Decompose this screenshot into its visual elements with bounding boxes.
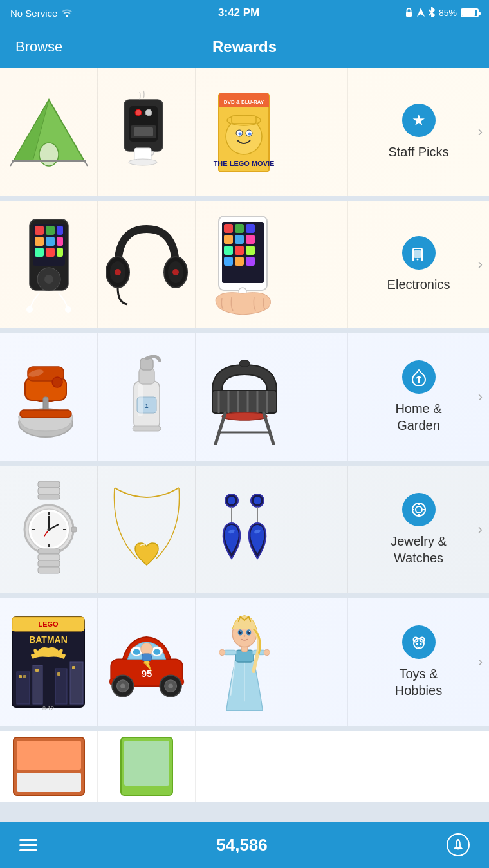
category-info-toys[interactable]: Toys &Hobbies xyxy=(347,598,489,726)
battery-percent: 85% xyxy=(439,8,457,18)
svg-point-4 xyxy=(39,143,59,166)
svg-rect-139 xyxy=(57,672,60,676)
product-images-staff-picks: DVD & BLU-RAY THE LEGO MOVIE xyxy=(0,68,347,196)
product-earrings xyxy=(196,466,293,593)
category-info-home-garden[interactable]: Home &Garden xyxy=(347,333,489,461)
svg-point-162 xyxy=(264,649,270,655)
svg-rect-58 xyxy=(235,246,244,255)
svg-text:1: 1 xyxy=(145,403,148,409)
svg-point-169 xyxy=(240,631,241,632)
svg-rect-38 xyxy=(57,248,63,257)
svg-rect-129 xyxy=(12,629,84,631)
electronics-chevron: › xyxy=(478,256,483,273)
svg-line-6 xyxy=(10,161,14,166)
product-necklace xyxy=(98,466,196,593)
browse-button[interactable]: Browse xyxy=(15,39,62,55)
category-row-toys[interactable]: LEGO BATMAN 8-1 xyxy=(0,598,489,726)
notifications-button[interactable] xyxy=(447,833,470,856)
svg-rect-81 xyxy=(138,384,143,416)
svg-rect-54 xyxy=(224,235,233,244)
svg-point-145 xyxy=(133,649,140,655)
svg-rect-138 xyxy=(35,669,39,672)
svg-point-122 xyxy=(416,506,422,513)
product-partial-1 xyxy=(0,731,98,802)
svg-rect-178 xyxy=(17,741,81,770)
svg-text:THE LEGO MOVIE: THE LEGO MOVIE xyxy=(213,160,274,167)
battery-icon xyxy=(461,8,479,17)
svg-point-107 xyxy=(47,528,50,531)
svg-text:BATMAN: BATMAN xyxy=(29,634,68,645)
svg-text:95: 95 xyxy=(141,669,152,679)
svg-rect-136 xyxy=(19,675,22,678)
bell-icon xyxy=(447,833,470,856)
svg-line-90 xyxy=(216,413,225,444)
category-info-electronics[interactable]: Electronics xyxy=(347,201,489,328)
lock-icon xyxy=(405,7,413,19)
svg-rect-59 xyxy=(246,246,255,255)
svg-rect-57 xyxy=(224,246,233,255)
category-info-staff-picks[interactable]: ★ Staff Picks xyxy=(347,68,489,196)
svg-rect-65 xyxy=(414,250,421,258)
svg-point-15 xyxy=(129,159,157,165)
svg-point-48 xyxy=(172,269,179,275)
product-car-toy: 95 xyxy=(98,598,196,726)
category-row-jewelry[interactable]: Jewelry &Watches › xyxy=(0,466,489,593)
toys-chevron: › xyxy=(478,654,483,670)
svg-point-175 xyxy=(416,643,418,645)
svg-rect-0 xyxy=(406,12,412,17)
carrier-text: No Service xyxy=(10,8,57,19)
svg-point-66 xyxy=(416,259,418,261)
status-right: 85% xyxy=(405,7,479,19)
toys-label: Toys &Hobbies xyxy=(395,665,442,699)
svg-rect-37 xyxy=(46,248,55,257)
nav-bar: Browse Rewards xyxy=(0,26,489,68)
menu-button[interactable] xyxy=(19,839,37,851)
svg-rect-181 xyxy=(124,741,169,786)
product-images-electronics xyxy=(0,201,347,328)
product-images-partial xyxy=(0,731,489,802)
staff-picks-chevron: › xyxy=(478,124,483,140)
category-row-staff-picks[interactable]: DVD & BLU-RAY THE LEGO MOVIE xyxy=(0,68,489,196)
page-title: Rewards xyxy=(212,38,277,56)
svg-rect-137 xyxy=(23,675,26,678)
svg-rect-34 xyxy=(46,237,55,246)
product-lego-batman: LEGO BATMAN 8-1 xyxy=(0,598,98,726)
svg-rect-179 xyxy=(17,773,81,792)
tab-bar: 54,586 xyxy=(0,822,489,868)
svg-rect-140 xyxy=(72,666,75,669)
svg-rect-51 xyxy=(224,224,233,233)
product-tablet xyxy=(196,201,293,328)
svg-rect-108 xyxy=(71,527,77,532)
svg-point-172 xyxy=(414,638,424,649)
svg-point-170 xyxy=(248,631,250,632)
svg-rect-36 xyxy=(35,248,44,257)
svg-rect-94 xyxy=(38,481,60,488)
svg-rect-73 xyxy=(20,410,71,418)
svg-text:DVD & BLU-RAY: DVD & BLU-RAY xyxy=(223,99,264,105)
svg-rect-33 xyxy=(35,237,44,246)
home-garden-icon xyxy=(402,360,436,394)
svg-rect-95 xyxy=(38,488,60,494)
product-lego-movie: DVD & BLU-RAY THE LEGO MOVIE xyxy=(196,68,293,196)
svg-point-118 xyxy=(254,497,261,504)
category-row-electronics[interactable]: Electronics › xyxy=(0,201,489,328)
product-images-jewelry xyxy=(0,466,347,593)
svg-point-114 xyxy=(228,497,235,504)
svg-rect-62 xyxy=(246,257,255,266)
product-watch xyxy=(0,466,98,593)
svg-rect-31 xyxy=(46,226,55,235)
product-headphones xyxy=(98,201,196,328)
svg-rect-32 xyxy=(57,226,63,235)
svg-point-152 xyxy=(120,683,125,688)
product-tent xyxy=(0,68,98,196)
category-info-jewelry[interactable]: Jewelry &Watches xyxy=(347,466,489,593)
svg-line-7 xyxy=(84,161,88,166)
status-left: No Service xyxy=(10,8,73,19)
bluetooth-icon xyxy=(429,7,435,19)
svg-rect-52 xyxy=(235,224,244,233)
product-images-home-garden: 1 xyxy=(0,333,347,461)
jewelry-icon xyxy=(402,493,436,526)
product-dispenser: 1 xyxy=(98,333,196,461)
product-ipod xyxy=(0,201,98,328)
category-row-home-garden[interactable]: 1 xyxy=(0,333,489,461)
